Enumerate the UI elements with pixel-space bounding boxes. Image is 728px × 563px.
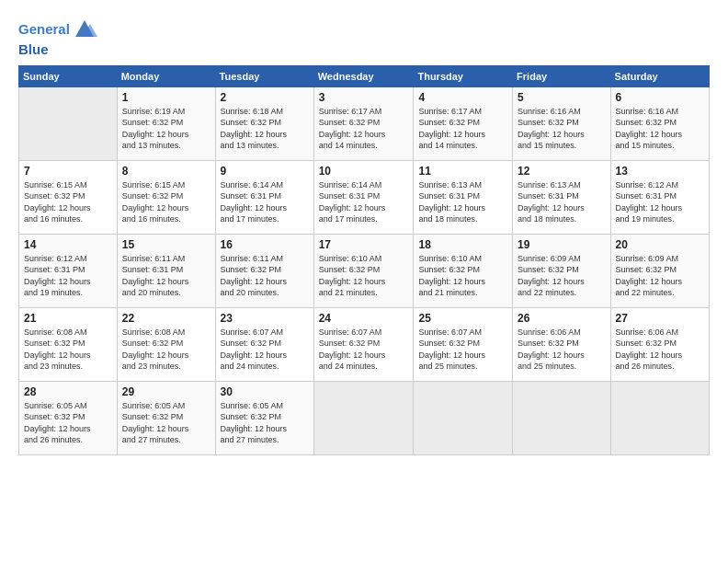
- week-row-2: 7Sunrise: 6:15 AMSunset: 6:32 PMDaylight…: [19, 160, 710, 234]
- calendar-cell: 6Sunrise: 6:16 AMSunset: 6:32 PMDaylight…: [610, 86, 709, 160]
- logo-blue-text: Blue: [18, 42, 49, 58]
- day-info: Sunrise: 6:10 AMSunset: 6:32 PMDaylight:…: [319, 253, 409, 299]
- day-number: 9: [221, 165, 309, 178]
- day-number: 14: [24, 238, 112, 251]
- day-info: Sunrise: 6:14 AMSunset: 6:31 PMDaylight:…: [221, 179, 309, 225]
- calendar-cell: 23Sunrise: 6:07 AMSunset: 6:32 PMDayligh…: [215, 307, 313, 381]
- day-info: Sunrise: 6:08 AMSunset: 6:32 PMDaylight:…: [122, 327, 210, 373]
- calendar-cell: 20Sunrise: 6:09 AMSunset: 6:32 PMDayligh…: [610, 234, 709, 307]
- day-number: 15: [122, 238, 210, 251]
- day-info: Sunrise: 6:05 AMSunset: 6:32 PMDaylight:…: [122, 400, 210, 446]
- calendar-cell: 17Sunrise: 6:10 AMSunset: 6:32 PMDayligh…: [313, 234, 414, 307]
- logo-icon: [72, 17, 97, 42]
- day-info: Sunrise: 6:17 AMSunset: 6:32 PMDaylight:…: [418, 106, 507, 152]
- calendar-cell: [19, 86, 118, 160]
- day-info: Sunrise: 6:15 AMSunset: 6:32 PMDaylight:…: [122, 179, 210, 225]
- day-number: 5: [518, 91, 605, 104]
- day-number: 17: [319, 238, 409, 251]
- day-number: 16: [221, 238, 309, 251]
- day-number: 10: [319, 165, 409, 178]
- day-info: Sunrise: 6:11 AMSunset: 6:32 PMDaylight:…: [221, 253, 309, 299]
- day-number: 8: [122, 165, 210, 178]
- day-number: 22: [122, 312, 210, 325]
- day-number: 29: [122, 385, 210, 398]
- weekday-monday: Monday: [117, 65, 215, 86]
- calendar-cell: 12Sunrise: 6:13 AMSunset: 6:31 PMDayligh…: [513, 160, 610, 234]
- weekday-sunday: Sunday: [19, 65, 118, 86]
- week-row-3: 14Sunrise: 6:12 AMSunset: 6:31 PMDayligh…: [19, 234, 710, 307]
- day-number: 13: [616, 165, 704, 178]
- day-number: 3: [319, 91, 409, 104]
- day-number: 18: [418, 238, 507, 251]
- week-row-5: 28Sunrise: 6:05 AMSunset: 6:32 PMDayligh…: [19, 381, 710, 454]
- logo-text: General: [18, 22, 70, 38]
- day-number: 11: [418, 165, 507, 178]
- day-number: 30: [221, 385, 309, 398]
- header: General Blue: [18, 17, 710, 58]
- calendar-cell: [610, 381, 709, 454]
- week-row-4: 21Sunrise: 6:08 AMSunset: 6:32 PMDayligh…: [19, 307, 710, 381]
- day-info: Sunrise: 6:05 AMSunset: 6:32 PMDaylight:…: [221, 400, 309, 446]
- day-info: Sunrise: 6:06 AMSunset: 6:32 PMDaylight:…: [616, 327, 704, 373]
- day-info: Sunrise: 6:13 AMSunset: 6:31 PMDaylight:…: [518, 179, 605, 225]
- calendar-cell: 16Sunrise: 6:11 AMSunset: 6:32 PMDayligh…: [215, 234, 313, 307]
- day-info: Sunrise: 6:07 AMSunset: 6:32 PMDaylight:…: [221, 327, 309, 373]
- calendar-cell: 24Sunrise: 6:07 AMSunset: 6:32 PMDayligh…: [313, 307, 414, 381]
- calendar-cell: 2Sunrise: 6:18 AMSunset: 6:32 PMDaylight…: [215, 86, 313, 160]
- calendar-cell: 22Sunrise: 6:08 AMSunset: 6:32 PMDayligh…: [117, 307, 215, 381]
- calendar-cell: 7Sunrise: 6:15 AMSunset: 6:32 PMDaylight…: [19, 160, 118, 234]
- day-info: Sunrise: 6:15 AMSunset: 6:32 PMDaylight:…: [24, 179, 112, 225]
- day-info: Sunrise: 6:10 AMSunset: 6:32 PMDaylight:…: [418, 253, 507, 299]
- day-number: 26: [518, 312, 605, 325]
- calendar-cell: 10Sunrise: 6:14 AMSunset: 6:31 PMDayligh…: [313, 160, 414, 234]
- day-number: 23: [221, 312, 309, 325]
- calendar-cell: 14Sunrise: 6:12 AMSunset: 6:31 PMDayligh…: [19, 234, 118, 307]
- day-number: 20: [616, 238, 704, 251]
- day-info: Sunrise: 6:19 AMSunset: 6:32 PMDaylight:…: [122, 106, 210, 152]
- calendar-cell: 27Sunrise: 6:06 AMSunset: 6:32 PMDayligh…: [610, 307, 709, 381]
- day-number: 28: [24, 385, 112, 398]
- day-info: Sunrise: 6:07 AMSunset: 6:32 PMDaylight:…: [418, 327, 507, 373]
- day-number: 25: [418, 312, 507, 325]
- day-info: Sunrise: 6:11 AMSunset: 6:31 PMDaylight:…: [122, 253, 210, 299]
- calendar-cell: [414, 381, 513, 454]
- calendar-cell: 13Sunrise: 6:12 AMSunset: 6:31 PMDayligh…: [610, 160, 709, 234]
- day-number: 2: [221, 91, 309, 104]
- day-info: Sunrise: 6:16 AMSunset: 6:32 PMDaylight:…: [616, 106, 704, 152]
- day-info: Sunrise: 6:14 AMSunset: 6:31 PMDaylight:…: [319, 179, 409, 225]
- day-info: Sunrise: 6:05 AMSunset: 6:32 PMDaylight:…: [24, 400, 112, 446]
- weekday-tuesday: Tuesday: [215, 65, 313, 86]
- weekday-friday: Friday: [513, 65, 610, 86]
- weekday-thursday: Thursday: [414, 65, 513, 86]
- day-number: 27: [616, 312, 704, 325]
- day-info: Sunrise: 6:07 AMSunset: 6:32 PMDaylight:…: [319, 327, 409, 373]
- day-info: Sunrise: 6:06 AMSunset: 6:32 PMDaylight:…: [518, 327, 605, 373]
- weekday-saturday: Saturday: [610, 65, 709, 86]
- day-info: Sunrise: 6:13 AMSunset: 6:31 PMDaylight:…: [418, 179, 507, 225]
- day-info: Sunrise: 6:12 AMSunset: 6:31 PMDaylight:…: [24, 253, 112, 299]
- day-info: Sunrise: 6:08 AMSunset: 6:32 PMDaylight:…: [24, 327, 112, 373]
- calendar-cell: 19Sunrise: 6:09 AMSunset: 6:32 PMDayligh…: [513, 234, 610, 307]
- calendar-cell: 28Sunrise: 6:05 AMSunset: 6:32 PMDayligh…: [19, 381, 118, 454]
- calendar-cell: 25Sunrise: 6:07 AMSunset: 6:32 PMDayligh…: [414, 307, 513, 381]
- day-number: 19: [518, 238, 605, 251]
- day-info: Sunrise: 6:09 AMSunset: 6:32 PMDaylight:…: [518, 253, 605, 299]
- calendar-cell: 3Sunrise: 6:17 AMSunset: 6:32 PMDaylight…: [313, 86, 414, 160]
- calendar-cell: 11Sunrise: 6:13 AMSunset: 6:31 PMDayligh…: [414, 160, 513, 234]
- day-number: 6: [616, 91, 704, 104]
- day-number: 4: [418, 91, 507, 104]
- day-number: 1: [122, 91, 210, 104]
- calendar-cell: 15Sunrise: 6:11 AMSunset: 6:31 PMDayligh…: [117, 234, 215, 307]
- calendar-cell: 4Sunrise: 6:17 AMSunset: 6:32 PMDaylight…: [414, 86, 513, 160]
- day-info: Sunrise: 6:18 AMSunset: 6:32 PMDaylight:…: [221, 106, 309, 152]
- calendar-cell: 5Sunrise: 6:16 AMSunset: 6:32 PMDaylight…: [513, 86, 610, 160]
- day-info: Sunrise: 6:17 AMSunset: 6:32 PMDaylight:…: [319, 106, 409, 152]
- calendar-cell: [313, 381, 414, 454]
- weekday-header-row: SundayMondayTuesdayWednesdayThursdayFrid…: [19, 65, 710, 86]
- calendar-page: General Blue SundayMondayTuesdayWednesda…: [0, 0, 728, 563]
- calendar-table: SundayMondayTuesdayWednesdayThursdayFrid…: [18, 65, 710, 455]
- calendar-cell: 18Sunrise: 6:10 AMSunset: 6:32 PMDayligh…: [414, 234, 513, 307]
- weekday-wednesday: Wednesday: [313, 65, 414, 86]
- week-row-1: 1Sunrise: 6:19 AMSunset: 6:32 PMDaylight…: [19, 86, 710, 160]
- calendar-cell: 1Sunrise: 6:19 AMSunset: 6:32 PMDaylight…: [117, 86, 215, 160]
